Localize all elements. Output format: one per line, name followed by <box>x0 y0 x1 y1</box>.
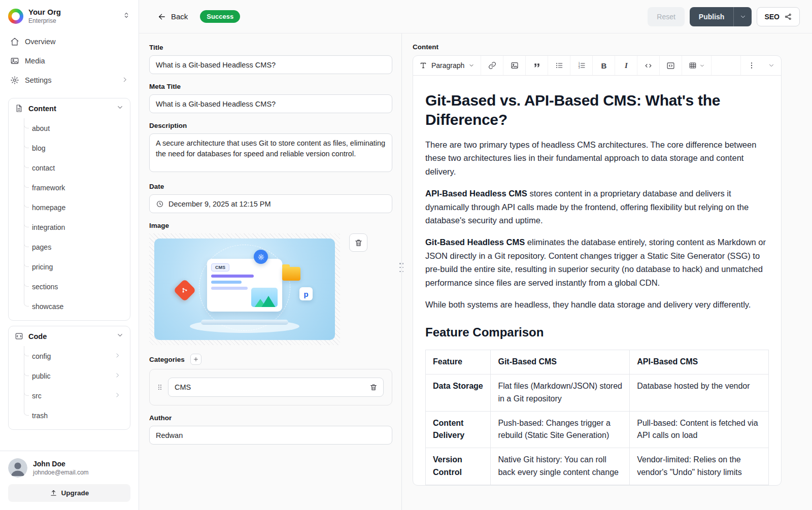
publish-dropdown-button[interactable] <box>733 7 752 26</box>
table-cell[interactable]: Pull-based: Content is fetched via API c… <box>630 411 769 448</box>
illustration-gear-icon <box>254 250 268 264</box>
date-value: December 9, 2025 at 12:15 PM <box>168 200 271 208</box>
bullet-list-button[interactable] <box>548 56 570 75</box>
table-cell[interactable]: Database hosted by the vendor <box>630 375 769 412</box>
doc-heading[interactable]: Git-Based vs. API-Based CMS: What's the … <box>425 91 769 129</box>
table-header-cell[interactable]: Feature <box>426 350 491 375</box>
tree-item-homepage[interactable]: homepage <box>9 197 126 217</box>
tree-item-public[interactable]: public <box>9 366 126 386</box>
bold-button[interactable]: B <box>593 56 615 75</box>
chevron-down-icon <box>768 62 775 69</box>
table-cell[interactable]: Content Delivery <box>426 411 491 448</box>
editor-document[interactable]: Git-Based vs. API-Based CMS: What's the … <box>413 76 781 485</box>
tree-item-src[interactable]: src <box>9 386 126 405</box>
meta-title-input[interactable] <box>149 94 392 113</box>
upgrade-button[interactable]: Upgrade <box>8 484 130 502</box>
content-section: Content about blog contact framework hom… <box>8 98 130 321</box>
tree-item-pricing[interactable]: pricing <box>9 257 126 277</box>
table-cell[interactable]: Native Git history: You can roll back ev… <box>491 448 630 485</box>
tree-item-integration[interactable]: integration <box>9 217 126 237</box>
meta-title-field: Meta Title <box>149 83 392 113</box>
tree-item-framework[interactable]: framework <box>9 178 126 197</box>
user-area: John Doe johndoe@email.com Upgrade <box>0 451 139 510</box>
illustration-browser-window: CMS <box>207 259 282 312</box>
numbered-list-button[interactable]: 123 <box>570 56 593 75</box>
table-cell[interactable]: Moderate: Relies on API security and end… <box>630 485 769 485</box>
doc-paragraph[interactable]: API-Based Headless CMS stores content in… <box>425 187 769 227</box>
doc-paragraph[interactable]: There are two primary types of headless … <box>425 138 769 178</box>
back-label: Back <box>171 12 188 21</box>
delete-image-button[interactable] <box>349 233 367 252</box>
tree-item-trash[interactable]: trash <box>9 405 126 425</box>
overflow-menu-button[interactable] <box>740 56 762 75</box>
chevron-right-icon <box>114 392 121 400</box>
org-switcher[interactable]: Your Org Enterprise <box>0 0 139 31</box>
tree-item-blog[interactable]: blog <box>9 138 126 158</box>
tree-item-pages[interactable]: pages <box>9 237 126 257</box>
tree-item-config[interactable]: config <box>9 346 126 366</box>
block-type-dropdown[interactable]: Paragraph <box>413 56 481 75</box>
inline-code-button[interactable] <box>637 56 660 75</box>
tree-item-showcase[interactable]: showcase <box>9 296 126 316</box>
add-category-button[interactable] <box>190 354 201 365</box>
author-input[interactable] <box>149 426 392 445</box>
image-thumbnail[interactable]: CMS <box>149 233 340 345</box>
upload-icon <box>50 489 57 497</box>
tree-item-label: homepage <box>32 203 65 212</box>
tree-item-about[interactable]: about <box>9 118 126 138</box>
sidebar-item-media[interactable]: Media <box>5 51 133 71</box>
tree-item-label: integration <box>32 223 65 231</box>
content-section-header[interactable]: Content <box>9 98 130 118</box>
doc-paragraph[interactable]: While both systems are headless, they ha… <box>425 298 769 311</box>
sidebar-item-overview[interactable]: Overview <box>5 32 133 51</box>
table-header-cell[interactable]: API-Based CMS <box>630 350 769 375</box>
blockquote-button[interactable] <box>526 56 548 75</box>
table-cell[interactable]: High: No database to hack; files are sta… <box>491 485 630 485</box>
chevron-down-icon <box>699 63 705 69</box>
cms-illustration: CMS <box>154 239 335 340</box>
date-input[interactable]: December 9, 2025 at 12:15 PM <box>149 194 392 213</box>
table-cell[interactable]: Flat files (Markdown/JSON) stored in a G… <box>491 375 630 412</box>
illustration-cms-label: CMS <box>211 263 229 271</box>
user-profile[interactable]: John Doe johndoe@email.com <box>8 458 130 478</box>
categories-label: Categories <box>149 356 185 363</box>
panel-resize-handle[interactable] <box>401 33 402 510</box>
home-icon <box>10 37 19 46</box>
publish-button[interactable]: Publish <box>690 7 734 26</box>
tree-item-sections[interactable]: sections <box>9 277 126 296</box>
drag-handle-icon[interactable] <box>156 383 164 391</box>
table-cell[interactable]: Data Storage <box>426 375 491 412</box>
code-section-header[interactable]: Code <box>9 326 130 346</box>
doc-subheading[interactable]: Feature Comparison <box>425 325 769 339</box>
code-block-button[interactable] <box>660 56 682 75</box>
share-nodes-icon <box>784 13 792 21</box>
sidebar-item-settings[interactable]: Settings <box>5 71 133 90</box>
reset-button[interactable]: Reset <box>648 7 685 26</box>
table-cell[interactable]: Vendor-limited: Relies on the vendor's "… <box>630 448 769 485</box>
seo-button[interactable]: SEO <box>757 7 800 26</box>
content-tree: about blog contact framework homepage in… <box>9 118 130 320</box>
tree-item-label: pages <box>32 243 51 251</box>
table-cell[interactable]: Push-based: Changes trigger a rebuild (S… <box>491 411 630 448</box>
description-textarea[interactable]: A secure architecture that uses Git to s… <box>149 133 392 172</box>
table-header-row: Feature Git-Based CMS API-Based CMS <box>426 350 769 375</box>
italic-button[interactable]: I <box>615 56 637 75</box>
insert-image-button[interactable] <box>503 56 526 75</box>
table-icon <box>689 61 697 70</box>
title-input[interactable] <box>149 55 392 74</box>
back-button[interactable]: Back <box>157 12 188 21</box>
publish-split-button: Publish <box>690 7 752 26</box>
toolbar-collapse-button[interactable] <box>762 56 781 75</box>
doc-paragraph[interactable]: Git-Based Headless CMS eliminates the da… <box>425 235 769 289</box>
code-section: Code config public src <box>8 326 130 430</box>
insert-table-button[interactable] <box>682 56 712 75</box>
tree-item-contact[interactable]: contact <box>9 158 126 178</box>
table-cell[interactable]: Security <box>426 485 491 485</box>
table-header-cell[interactable]: Git-Based CMS <box>491 350 630 375</box>
table-cell[interactable]: Version Control <box>426 448 491 485</box>
delete-category-button[interactable] <box>366 380 381 394</box>
category-input[interactable] <box>168 378 384 397</box>
chevron-right-icon <box>114 372 121 380</box>
grip-dots-icon <box>399 263 404 272</box>
link-button[interactable] <box>481 56 503 75</box>
